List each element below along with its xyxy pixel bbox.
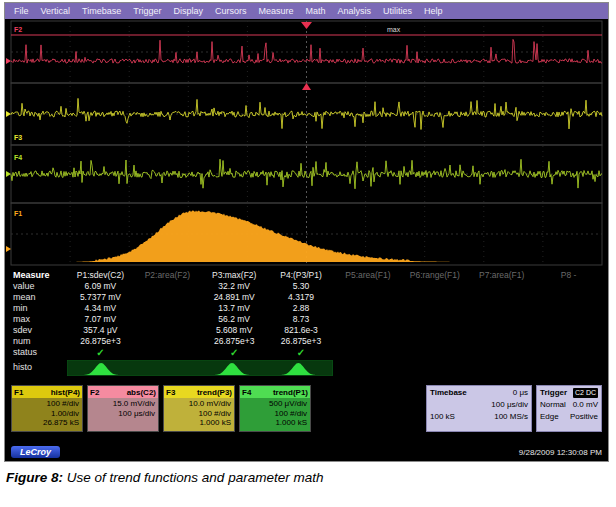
timebase-scale: 100 μs/div xyxy=(491,400,528,410)
measure-column-header[interactable]: P4:(P3/P1) xyxy=(268,270,335,281)
descriptor-line: 100 μs/div xyxy=(90,409,155,419)
measure-column-header[interactable]: P1:sdev(C2) xyxy=(67,270,134,281)
trace-label-f2: F2 xyxy=(14,26,22,33)
waveform-display: maxF2F3F4F1 xyxy=(5,19,608,269)
measure-column-header[interactable]: P7:area(F1) xyxy=(468,270,535,281)
descriptor-line: 1.000 kS xyxy=(242,418,307,428)
descriptor-line: 100 #/div xyxy=(166,409,231,419)
status-bar: LeCroy 9/28/2009 12:30:08 PM xyxy=(5,443,608,461)
descriptor-function: hist(P4) xyxy=(51,388,80,397)
descriptor-id: F1 xyxy=(14,388,23,397)
descriptor-id: F2 xyxy=(90,388,99,397)
menu-measure[interactable]: Measure xyxy=(252,6,299,16)
trace-descriptor-f2[interactable]: F2abs(C2) 15.0 mV/div 100 μs/div xyxy=(87,385,159,432)
oscilloscope-window: File Vertical Timebase Trigger Display C… xyxy=(4,2,609,462)
descriptor-line: 500 μV/div xyxy=(242,399,307,409)
trigger-source: C2 xyxy=(575,389,584,396)
descriptor-line: 10.0 mV/div xyxy=(166,399,231,409)
descriptor-line: 15.0 mV/div xyxy=(90,399,155,409)
descriptor-line: 26.875 kS xyxy=(14,418,79,428)
trace-label-f4: F4 xyxy=(14,154,22,161)
trigger-position-marker xyxy=(301,22,312,29)
descriptor-function: trend(P3) xyxy=(197,388,232,397)
waveform-grid: maxF2F3F4F1 xyxy=(5,19,608,269)
trigger-title: Trigger xyxy=(540,388,567,398)
measure-row-label: sdev xyxy=(13,325,67,336)
menu-vertical[interactable]: Vertical xyxy=(35,6,77,16)
trigger-mode: Normal xyxy=(540,400,566,410)
menu-display[interactable]: Display xyxy=(167,6,209,16)
measure-column-header[interactable]: P8 - xyxy=(535,270,602,281)
trigger-source-badge: C2 DC xyxy=(573,388,598,398)
menu-file[interactable]: File xyxy=(8,6,35,16)
measure-value: 26.875e+3 xyxy=(201,336,268,347)
timebase-panel[interactable]: Timebase0 μs 100 μs/div 100 kS100 MS/s xyxy=(426,385,532,432)
trigger-coupling: DC xyxy=(586,389,596,396)
trigger-panel[interactable]: TriggerC2 DC Normal0.0 mV EdgePositive xyxy=(536,385,602,432)
measure-column-header[interactable]: P5:area(F1) xyxy=(335,270,402,281)
menu-utilities[interactable]: Utilities xyxy=(377,6,418,16)
measure-value: 56.2 mV xyxy=(201,314,268,325)
measure-value: 5.608 mV xyxy=(201,325,268,336)
measure-value: 4.3179 xyxy=(268,292,335,303)
trace-descriptor-f3[interactable]: F3trend(P3) 10.0 mV/div 100 #/div 1.000 … xyxy=(163,385,235,432)
measure-row-label: mean xyxy=(13,292,67,303)
measure-value: 26.875e+3 xyxy=(67,336,134,347)
measure-panel: MeasureP1:sdev(C2)P2:area(F2)P3:max(F2)P… xyxy=(5,269,608,377)
trace-descriptor-f4[interactable]: F4trend(P1) 500 μV/div 100 #/div 1.000 k… xyxy=(239,385,311,432)
trigger-level: 0.0 mV xyxy=(573,400,598,410)
measure-row-label: max xyxy=(13,314,67,325)
menu-analysis[interactable]: Analysis xyxy=(331,6,377,16)
trigger-type: Edge xyxy=(540,412,559,422)
menu-help[interactable]: Help xyxy=(418,6,449,16)
measure-column-header[interactable]: P3:max(F2) xyxy=(201,270,268,281)
timestamp: 9/28/2009 12:30:08 PM xyxy=(519,448,602,457)
menu-timebase[interactable]: Timebase xyxy=(76,6,127,16)
figure-caption-number: Figure 8: xyxy=(6,470,63,485)
measure-value: 357.4 μV xyxy=(67,325,134,336)
menu-trigger[interactable]: Trigger xyxy=(127,6,167,16)
descriptor-id: F3 xyxy=(166,388,175,397)
descriptor-row-spacer xyxy=(315,385,422,432)
measure-status-check: ✓ xyxy=(201,347,268,358)
menu-bar: File Vertical Timebase Trigger Display C… xyxy=(5,3,608,19)
figure-caption: Figure 8: Use of trend functions and par… xyxy=(6,470,323,485)
measure-column-header[interactable]: P2:area(F2) xyxy=(134,270,201,281)
menu-math[interactable]: Math xyxy=(299,6,331,16)
measure-row-label: min xyxy=(13,303,67,314)
measure-value: 32.2 mV xyxy=(201,281,268,292)
measure-value: 24.891 mV xyxy=(201,292,268,303)
descriptor-function: abs(C2) xyxy=(127,388,156,397)
measure-row-label: histo xyxy=(13,362,67,373)
measure-row-label: status xyxy=(13,347,67,358)
descriptor-line: 1.00/div xyxy=(14,409,79,419)
trace-label-f3: F3 xyxy=(14,134,22,141)
descriptor-line: 100 #/div xyxy=(242,409,307,419)
timebase-title: Timebase xyxy=(430,388,467,398)
max-cursor-label: max xyxy=(387,26,401,33)
timebase-rate: 100 MS/s xyxy=(494,412,528,422)
measure-value: 2.88 xyxy=(268,303,335,314)
descriptor-line: 1.000 kS xyxy=(166,418,231,428)
measure-value: 821.6e-3 xyxy=(268,325,335,336)
measure-value: 5.30 xyxy=(268,281,335,292)
measure-value: 5.7377 mV xyxy=(67,292,134,303)
timebase-samples: 100 kS xyxy=(430,412,455,422)
trigger-slope: Positive xyxy=(570,412,598,422)
descriptor-function: trend(P1) xyxy=(273,388,308,397)
trace-descriptor-f1[interactable]: F1hist(P4) 100 #/div 1.00/div 26.875 kS xyxy=(11,385,83,432)
measure-value: 8.73 xyxy=(268,314,335,325)
measure-row-label: value xyxy=(13,281,67,292)
descriptor-id: F4 xyxy=(242,388,251,397)
measure-table: MeasureP1:sdev(C2)P2:area(F2)P3:max(F2)P… xyxy=(13,270,602,377)
menu-cursors[interactable]: Cursors xyxy=(209,6,253,16)
measure-status-check: ✓ xyxy=(67,347,134,358)
measure-status-check: ✓ xyxy=(268,347,335,358)
measure-value: 6.09 mV xyxy=(67,281,134,292)
trace-label-f1: F1 xyxy=(14,210,22,217)
histo-thumbnails xyxy=(67,360,333,376)
measure-title: Measure xyxy=(13,270,67,281)
measure-row-label: num xyxy=(13,336,67,347)
measure-value: 4.34 mV xyxy=(67,303,134,314)
measure-column-header[interactable]: P6:range(F1) xyxy=(401,270,468,281)
